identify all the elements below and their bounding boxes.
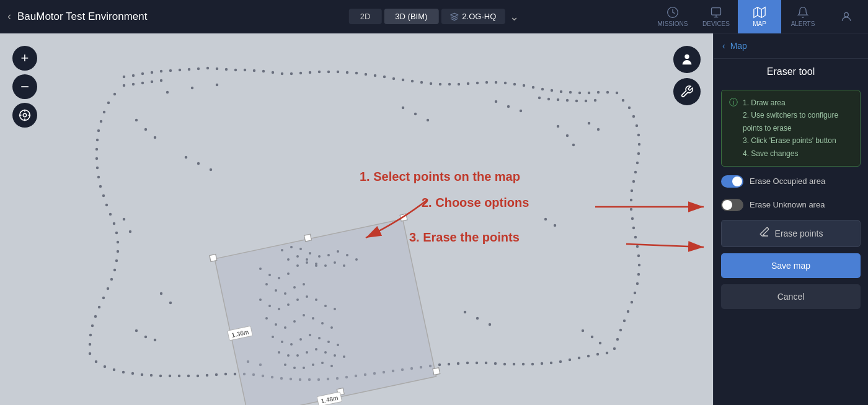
- svg-point-51: [541, 88, 544, 90]
- floor-selector[interactable]: 2.OG-HQ: [441, 9, 505, 24]
- svg-point-199: [572, 144, 575, 146]
- map-controls: + −: [12, 46, 37, 128]
- svg-point-25: [299, 72, 302, 74]
- svg-point-73: [107, 102, 110, 104]
- zoom-in-button[interactable]: +: [12, 46, 37, 71]
- svg-point-234: [268, 274, 271, 276]
- map-action-buttons: [673, 46, 701, 105]
- svg-point-125: [623, 320, 626, 322]
- svg-point-188: [135, 119, 138, 121]
- svg-point-182: [587, 355, 590, 357]
- svg-point-178: [550, 362, 552, 364]
- svg-point-283: [330, 365, 333, 367]
- save-map-button[interactable]: Save map: [721, 253, 861, 278]
- svg-point-50: [532, 86, 534, 89]
- svg-point-133: [131, 372, 134, 375]
- map-nav-button[interactable]: MAP: [738, 0, 781, 33]
- erase-points-button[interactable]: Erase points: [721, 220, 861, 247]
- svg-point-287: [309, 252, 311, 255]
- svg-point-272: [296, 354, 299, 357]
- view-3d-button[interactable]: 3D (BIM): [384, 9, 438, 24]
- svg-point-233: [259, 268, 262, 270]
- instructions-box: ⓘ 1. Draw area 2. Use switchers to confi…: [721, 90, 861, 167]
- missions-nav-button[interactable]: MISSIONS: [651, 0, 694, 33]
- alerts-nav-button[interactable]: ALERTS: [781, 0, 825, 33]
- svg-point-194: [495, 100, 497, 103]
- svg-point-8: [141, 72, 144, 75]
- svg-point-15: [206, 67, 209, 69]
- svg-point-297: [324, 264, 327, 267]
- svg-point-179: [559, 360, 562, 363]
- svg-point-72: [113, 93, 116, 95]
- svg-point-96: [94, 315, 97, 318]
- view-switcher: 2D 3D (BIM) 2.OG-HQ ⌄: [349, 9, 520, 24]
- svg-point-24: [290, 72, 293, 75]
- back-button[interactable]: ‹: [7, 10, 11, 23]
- svg-point-107: [637, 152, 640, 155]
- svg-point-281: [312, 364, 314, 366]
- svg-point-121: [636, 282, 639, 285]
- svg-point-61: [132, 83, 135, 85]
- svg-point-62: [141, 82, 144, 84]
- svg-point-294: [296, 255, 299, 258]
- svg-point-282: [321, 362, 324, 364]
- svg-point-209: [554, 224, 556, 227]
- svg-point-54: [569, 91, 572, 94]
- svg-point-98: [89, 334, 92, 336]
- svg-point-193: [154, 339, 156, 341]
- layers-icon: [450, 12, 458, 21]
- svg-point-200: [588, 122, 590, 124]
- svg-point-94: [102, 297, 105, 299]
- svg-point-186: [191, 87, 193, 89]
- profile-nav-button[interactable]: [825, 0, 868, 33]
- svg-point-236: [287, 272, 290, 275]
- svg-rect-224: [400, 214, 407, 221]
- wrench-button[interactable]: [673, 78, 701, 105]
- svg-point-37: [411, 80, 414, 82]
- person-button[interactable]: [673, 46, 701, 73]
- svg-rect-226: [433, 368, 440, 375]
- svg-point-277: [343, 355, 345, 358]
- svg-point-280: [303, 367, 305, 369]
- svg-point-208: [544, 218, 547, 220]
- svg-point-49: [523, 84, 525, 87]
- erase-unknown-label: Erase Unknown area: [750, 200, 825, 209]
- erase-unknown-toggle[interactable]: [721, 199, 743, 211]
- svg-point-243: [293, 286, 296, 289]
- svg-point-11: [169, 69, 172, 72]
- svg-point-123: [631, 301, 633, 303]
- devices-nav-button[interactable]: DEVICES: [694, 0, 738, 33]
- dropdown-button[interactable]: ⌄: [510, 10, 519, 24]
- svg-point-258: [303, 314, 305, 316]
- svg-point-19: [244, 69, 246, 71]
- zoom-out-button[interactable]: −: [12, 74, 37, 99]
- panel-header: ‹ Map: [714, 33, 868, 59]
- svg-point-63: [151, 81, 153, 83]
- view-2d-button[interactable]: 2D: [349, 9, 382, 24]
- cancel-button[interactable]: Cancel: [721, 284, 861, 309]
- svg-point-105: [637, 134, 640, 136]
- svg-point-212: [464, 311, 466, 313]
- missions-icon: [666, 6, 679, 19]
- svg-point-184: [606, 352, 608, 354]
- svg-point-16: [216, 68, 218, 70]
- main-content: 1.36m 1.48m: [0, 33, 868, 405]
- svg-point-204: [599, 342, 601, 344]
- svg-point-87: [115, 232, 118, 234]
- svg-point-141: [206, 374, 208, 377]
- svg-point-253: [334, 308, 336, 310]
- map-area[interactable]: 1.36m 1.48m: [0, 33, 713, 405]
- svg-point-261: [330, 326, 333, 329]
- recenter-button[interactable]: [12, 103, 37, 128]
- svg-point-191: [135, 329, 138, 332]
- erase-occupied-toggle[interactable]: [721, 175, 743, 188]
- svg-point-269: [337, 344, 339, 346]
- svg-point-58: [606, 91, 609, 94]
- svg-point-84: [105, 204, 108, 206]
- svg-point-207: [210, 168, 212, 171]
- svg-point-136: [159, 375, 162, 377]
- panel-back-button[interactable]: ‹: [722, 41, 725, 51]
- svg-rect-223: [210, 255, 217, 262]
- svg-point-32: [365, 73, 367, 76]
- svg-point-21: [262, 70, 265, 72]
